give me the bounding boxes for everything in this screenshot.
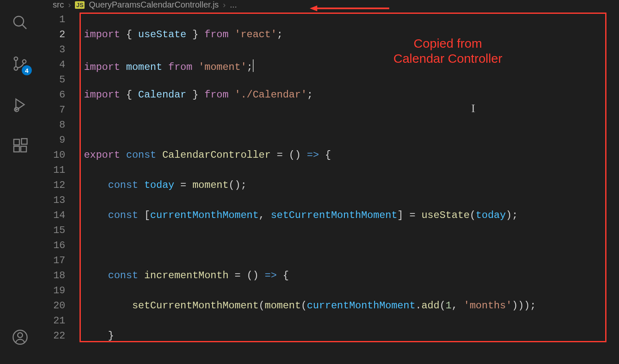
code-editor[interactable]: 1 2 3 4 5 6 7 8 9 10 11 12 13 14 15 16 1 — [40, 10, 619, 364]
extensions-icon[interactable] — [10, 136, 30, 156]
svg-rect-7 — [14, 146, 19, 152]
svg-rect-9 — [21, 138, 27, 144]
text-cursor-icon: I — [471, 101, 475, 116]
breadcrumb-file[interactable]: QueryParamsCalendarController.js — [89, 0, 218, 10]
svg-point-11 — [18, 333, 23, 338]
line-number: 9 — [40, 133, 65, 148]
line-number: 1 — [40, 12, 65, 27]
editor-area: src › JS QueryParamsCalendarController.j… — [40, 0, 619, 364]
line-number: 3 — [40, 42, 65, 57]
line-number: 7 — [40, 103, 65, 118]
line-number: 15 — [40, 223, 65, 238]
source-control-icon[interactable]: 4 — [10, 54, 30, 74]
line-number: 11 — [40, 163, 65, 178]
breadcrumb[interactable]: src › JS QueryParamsCalendarController.j… — [40, 0, 619, 10]
svg-point-4 — [23, 60, 26, 63]
svg-rect-8 — [21, 146, 26, 152]
line-number: 14 — [40, 208, 65, 223]
activity-bar: 4 — [0, 0, 40, 364]
svg-rect-6 — [14, 139, 19, 145]
line-number: 18 — [40, 268, 65, 283]
line-number: 10 — [40, 148, 65, 163]
svg-line-1 — [22, 25, 26, 29]
breadcrumb-folder[interactable]: src — [53, 0, 64, 10]
svg-point-2 — [14, 57, 18, 60]
line-number: 21 — [40, 313, 65, 328]
line-number: 19 — [40, 283, 65, 298]
code-content[interactable]: import { useState } from 'react'; import… — [78, 10, 619, 364]
line-number: 8 — [40, 118, 65, 133]
svg-point-0 — [14, 16, 23, 26]
svg-point-3 — [14, 67, 18, 70]
line-number: 17 — [40, 253, 65, 268]
js-file-icon: JS — [75, 1, 85, 9]
line-number: 16 — [40, 238, 65, 253]
chevron-right-icon: › — [223, 0, 226, 10]
accounts-icon[interactable] — [10, 327, 30, 347]
app-root: 4 src › JS QueryParamsCalendarController… — [0, 0, 619, 364]
line-number: 5 — [40, 72, 65, 87]
editor-wrapper: 1 2 3 4 5 6 7 8 9 10 11 12 13 14 15 16 1 — [40, 10, 619, 364]
breadcrumb-ellipsis[interactable]: ... — [230, 0, 237, 10]
chevron-right-icon: › — [68, 0, 71, 10]
search-icon[interactable] — [10, 13, 30, 33]
line-number: 4 — [40, 57, 65, 72]
line-number: 12 — [40, 178, 65, 193]
run-debug-icon[interactable] — [10, 95, 30, 115]
line-number: 6 — [40, 87, 65, 103]
line-number: 22 — [40, 328, 65, 343]
line-number: 20 — [40, 298, 65, 313]
line-number: 13 — [40, 193, 65, 208]
scm-badge: 4 — [22, 65, 32, 75]
line-number-gutter: 1 2 3 4 5 6 7 8 9 10 11 12 13 14 15 16 1 — [40, 10, 78, 364]
line-number: 2 — [40, 27, 65, 42]
